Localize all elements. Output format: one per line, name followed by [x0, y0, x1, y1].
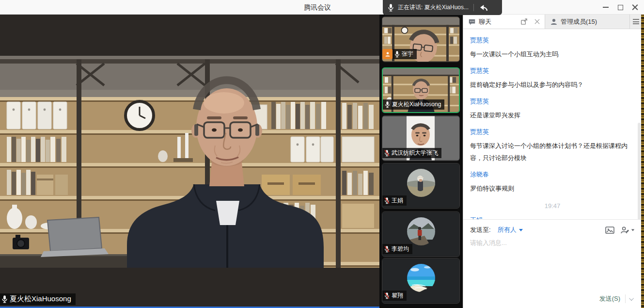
- muted-mic-icon: [384, 197, 390, 204]
- participant-label: 武汉纺织大学张飞: [382, 148, 441, 158]
- close-chat-icon[interactable]: [534, 19, 540, 24]
- participant-label: 瞿翔: [382, 291, 407, 301]
- message-sender: 贾慧英: [470, 97, 635, 106]
- chat-tabs: 聊天 管理成员(15): [463, 15, 642, 29]
- speaking-banner[interactable]: 正在讲话: 夏火松XiaHuos...: [383, 0, 502, 15]
- chat-permission-dropdown[interactable]: [620, 226, 635, 234]
- image-icon[interactable]: [605, 226, 614, 234]
- participant-label: 张宇: [393, 49, 417, 59]
- participant-tile-libijun[interactable]: 李碧均: [382, 211, 460, 257]
- message-sender: 贾慧英: [470, 128, 635, 136]
- participant-tile-zhangyu[interactable]: 张宇: [382, 16, 460, 62]
- muted-mic-icon: [384, 245, 390, 253]
- speaker-name: 夏火松XiaHuosong: [10, 294, 71, 304]
- mic-on-icon: [1, 295, 8, 303]
- participant-strip: 张宇: [379, 15, 463, 308]
- popout-icon[interactable]: [520, 18, 528, 25]
- send-to-label: 发送至:: [470, 226, 491, 234]
- participant-name: 张宇: [402, 50, 413, 58]
- participant-name: 夏火松XiaHuosong: [392, 100, 441, 109]
- message-text: 还是课堂即兴发挥: [470, 109, 635, 121]
- tencent-meeting-window: 腾讯会议 正在讲话: 夏火松XiaHuos...: [0, 0, 644, 308]
- participant-name: 武汉纺织大学张飞: [392, 149, 438, 157]
- message-text: 罗伯特议事规则: [470, 182, 635, 195]
- participant-name: 瞿翔: [392, 292, 403, 300]
- main-video[interactable]: 夏火松XiaHuosong: [0, 15, 379, 308]
- tab-members-label: 管理成员(15): [561, 17, 597, 26]
- chat-permission-icon: [620, 226, 629, 234]
- avatar: [407, 169, 435, 197]
- message-sender: 贾慧英: [470, 36, 635, 45]
- message-timestamp: 19:47: [470, 202, 635, 210]
- avatar: [407, 264, 435, 292]
- message-sender: 贾慧英: [470, 66, 635, 75]
- close-button[interactable]: [628, 0, 642, 14]
- mic-icon: [388, 3, 394, 12]
- send-options-chevron-icon[interactable]: [629, 296, 634, 301]
- participant-name: 李碧均: [392, 245, 409, 253]
- menu-icon: [633, 18, 639, 26]
- minimize-icon: [603, 7, 609, 8]
- tab-members[interactable]: 管理成员(15): [545, 15, 630, 29]
- participant-tile-quxiang[interactable]: 瞿翔: [382, 258, 460, 304]
- tab-chat-label: 聊天: [479, 17, 491, 26]
- host-badge-icon: [382, 49, 393, 59]
- participant-label: 李碧均: [382, 244, 412, 254]
- members-person-icon: [550, 18, 558, 26]
- divider: [473, 4, 474, 11]
- participant-tile-zhangfei[interactable]: 武汉纺织大学张飞: [382, 115, 460, 161]
- message-sender: 涂晓春: [470, 170, 635, 179]
- send-group: 发送(S): [595, 293, 638, 305]
- divider: [625, 294, 626, 303]
- mic-speaking-icon: [385, 101, 390, 108]
- chat-messages[interactable]: 贾慧英 每一次课以一个小组互动为主吗 贾慧英 提前确定好参与小组以及参与的内容吗…: [463, 29, 642, 219]
- window-title: 腾讯会议: [271, 0, 363, 15]
- message-input[interactable]: [470, 239, 630, 246]
- desktop-wallpaper-edge: [641, 15, 644, 308]
- send-to-value: 所有人: [498, 226, 517, 234]
- muted-mic-icon: [384, 149, 390, 157]
- message-text: 提前确定好参与小组以及参与的内容吗？: [470, 79, 635, 91]
- reply-arrow-icon[interactable]: [478, 4, 488, 12]
- speaking-text: 正在讲话: 夏火松XiaHuos...: [398, 3, 469, 12]
- participant-tile-wangjuan[interactable]: 王娟: [382, 163, 460, 209]
- minimize-button[interactable]: [598, 0, 613, 14]
- dropdown-triangle-icon: [519, 229, 523, 231]
- message-sender: 王娟: [470, 216, 635, 219]
- message-text: 每一次课以一个小组互动为主吗: [470, 48, 635, 60]
- send-button[interactable]: 发送(S): [595, 294, 625, 303]
- participant-name: 王娟: [392, 196, 403, 205]
- tab-chat[interactable]: 聊天: [463, 15, 545, 29]
- chat-bubble-icon: [468, 18, 476, 26]
- maximize-button[interactable]: [613, 0, 628, 14]
- mic-icon: [394, 50, 400, 58]
- participant-label: 王娟: [382, 195, 407, 206]
- message-text: 每节课深入讨论一个小组的整体计划书？还是根据课程内容，只讨论部分模块: [470, 140, 635, 164]
- participant-tile-xiahuosong-active[interactable]: 夏火松XiaHuosong: [382, 67, 460, 113]
- dropdown-triangle-icon: [631, 229, 634, 231]
- muted-mic-icon: [384, 292, 390, 299]
- chat-panel: 聊天 管理成员(15) 贾慧英 每一次课以一个小组互动为主吗 贾慧英 提前确定好…: [463, 15, 641, 308]
- chat-composer: 发送至: 所有人 发送(S): [463, 219, 642, 308]
- close-icon: [632, 4, 638, 11]
- send-to-dropdown[interactable]: 所有人: [498, 226, 523, 234]
- maximize-icon: [618, 5, 623, 10]
- participant-label: 夏火松XiaHuosong: [383, 99, 444, 110]
- panel-menu-button[interactable]: [630, 15, 642, 29]
- avatar: [407, 217, 435, 245]
- titlebar[interactable]: 腾讯会议: [0, 0, 644, 15]
- main-video-feed: [0, 15, 379, 308]
- speaker-name-label: 夏火松XiaHuosong: [0, 293, 76, 305]
